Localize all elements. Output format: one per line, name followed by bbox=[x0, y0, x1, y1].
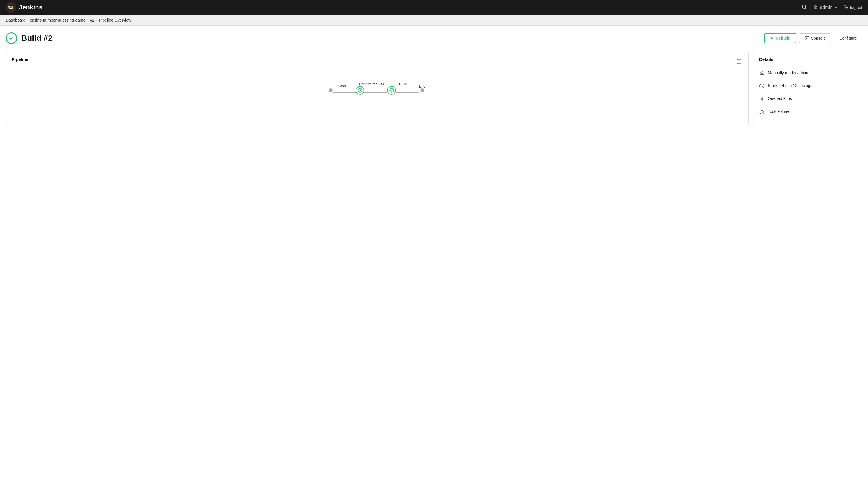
rebuild-button[interactable]: Rebuild bbox=[764, 33, 796, 44]
fullscreen-button[interactable] bbox=[736, 58, 743, 66]
stage-end-row bbox=[420, 88, 424, 92]
console-icon bbox=[804, 36, 809, 40]
configure-button[interactable]: Configure bbox=[834, 33, 862, 43]
breadcrumb-sep-2: › bbox=[87, 18, 88, 22]
details-took-text: Took 9.4 sec bbox=[768, 109, 791, 114]
logout-icon bbox=[843, 5, 849, 10]
details-started-text: Started 4 min 12 sec ago bbox=[768, 83, 813, 88]
clock-icon bbox=[759, 84, 764, 90]
user-label: admin bbox=[820, 5, 832, 10]
svg-rect-12 bbox=[805, 36, 809, 40]
stage-build-row bbox=[387, 86, 419, 95]
console-button[interactable]: Console bbox=[799, 33, 831, 43]
user-menu[interactable]: admin bbox=[813, 5, 837, 10]
stage-end-label: End bbox=[419, 84, 426, 88]
pipeline-panel: Pipeline Start bbox=[6, 51, 749, 125]
header-left: Jenkins bbox=[6, 2, 42, 13]
svg-marker-11 bbox=[771, 37, 774, 40]
details-queued-text: Queued 2 ms bbox=[768, 96, 792, 101]
svg-point-15 bbox=[389, 88, 394, 92]
action-buttons: Rebuild Console Configure bbox=[764, 33, 862, 44]
stage-end: End bbox=[419, 84, 426, 92]
stage-start-label: Start bbox=[338, 84, 346, 88]
svg-point-16 bbox=[761, 71, 763, 73]
build-number-heading: Build #2 bbox=[21, 34, 53, 43]
details-list: Manually run by admin Started 4 min 12 s… bbox=[759, 67, 856, 119]
details-item-started: Started 4 min 12 sec ago bbox=[759, 80, 856, 93]
build-status-icon bbox=[6, 32, 17, 44]
details-trigger-text: Manually run by admin bbox=[768, 70, 808, 75]
rebuild-play-icon bbox=[770, 36, 774, 40]
details-item-queued: Queued 2 ms bbox=[759, 93, 856, 106]
breadcrumb-sep-1: › bbox=[27, 18, 29, 22]
details-panel-title: Details bbox=[759, 57, 856, 62]
connector-1 bbox=[333, 92, 355, 93]
user-icon bbox=[759, 71, 764, 77]
stage-checkout: Checkout SCM bbox=[355, 82, 387, 95]
stage-start-row bbox=[329, 88, 355, 93]
timer-icon bbox=[759, 109, 764, 116]
app-title: Jenkins bbox=[19, 4, 42, 11]
breadcrumb-project[interactable]: casino-number-guessing-game bbox=[30, 18, 86, 22]
build-title: Build #2 bbox=[6, 32, 53, 44]
logout-button[interactable]: log out bbox=[843, 5, 862, 10]
svg-point-9 bbox=[814, 5, 817, 8]
stage-start-dot bbox=[329, 88, 333, 92]
stage-checkout-label: Checkout SCM bbox=[359, 82, 384, 86]
breadcrumb-sep-3: › bbox=[96, 18, 97, 22]
details-item-trigger: Manually run by admin bbox=[759, 67, 856, 80]
stage-checkout-row bbox=[355, 86, 387, 95]
chevron-down-icon bbox=[834, 6, 837, 9]
logout-label: log out bbox=[850, 5, 862, 10]
content-grid: Pipeline Start bbox=[6, 51, 862, 125]
stage-start: Start bbox=[329, 84, 355, 93]
header: Jenkins admin log out bbox=[0, 0, 868, 15]
jenkins-logo bbox=[6, 2, 16, 13]
pipeline-panel-title: Pipeline bbox=[12, 57, 29, 62]
main-content: Build #2 Rebuild Console Configure bbox=[0, 25, 868, 495]
connector-3 bbox=[396, 92, 419, 93]
breadcrumb-dashboard[interactable]: Dashboard bbox=[6, 18, 25, 22]
details-item-took: Took 9.4 sec bbox=[759, 106, 856, 119]
stage-end-dot bbox=[420, 88, 424, 92]
stage-checkout-success[interactable] bbox=[355, 86, 364, 95]
breadcrumb-current: Pipeline Overview bbox=[99, 18, 131, 22]
svg-line-8 bbox=[805, 8, 807, 9]
svg-rect-6 bbox=[9, 3, 13, 5]
breadcrumb-build-number[interactable]: #2 bbox=[90, 18, 95, 22]
details-panel: Details Manually run by admin bbox=[753, 51, 862, 125]
connector-2 bbox=[364, 92, 387, 93]
hourglass-icon bbox=[759, 97, 764, 103]
search-icon[interactable] bbox=[801, 4, 807, 11]
pipeline-diagram: Start Checkout SCM bbox=[12, 73, 743, 103]
svg-point-14 bbox=[358, 88, 362, 92]
build-title-row: Build #2 Rebuild Console Configure bbox=[6, 32, 862, 44]
header-right: admin log out bbox=[801, 4, 862, 11]
stage-build-success[interactable] bbox=[387, 86, 396, 95]
user-icon bbox=[813, 5, 818, 10]
breadcrumb: Dashboard › casino-number-guessing-game … bbox=[0, 15, 868, 25]
stage-build-label: Build bbox=[399, 82, 407, 86]
stage-build: Build bbox=[387, 82, 419, 95]
pipeline-panel-header: Pipeline bbox=[12, 57, 743, 67]
